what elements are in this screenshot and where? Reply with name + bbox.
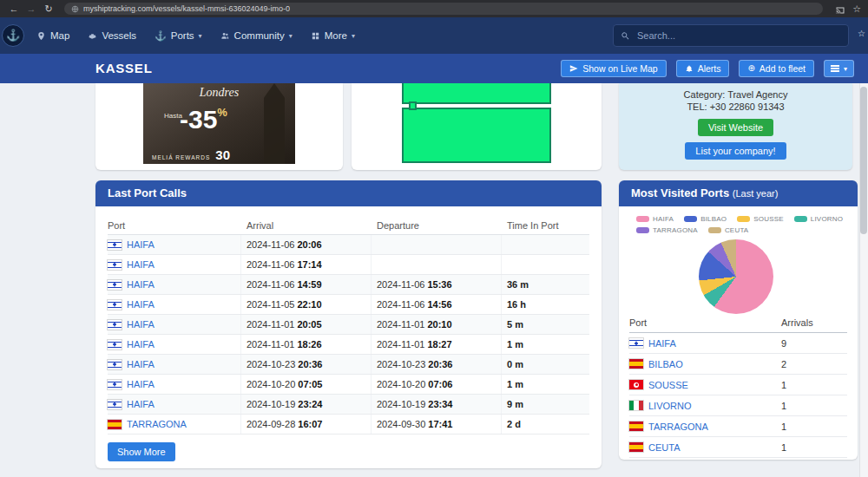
departure-cell	[372, 235, 502, 254]
port-link[interactable]: TARRAGONA	[648, 421, 708, 432]
nav-item-more[interactable]: More ▾	[311, 30, 355, 41]
nav-item-community[interactable]: Community ▾	[220, 30, 293, 41]
departure-cell: 2024-11-0118:27	[372, 335, 502, 354]
arrival-cell: 2024-11-0617:14	[241, 255, 372, 274]
arrivals-count: 1	[781, 380, 847, 390]
cast-icon[interactable]	[835, 2, 845, 16]
time-in-port-cell: 1 m	[502, 335, 589, 354]
port-link[interactable]: HAIFA	[127, 339, 155, 350]
legend-swatch	[684, 216, 697, 222]
scrollbar-thumb[interactable]	[860, 87, 867, 234]
table-row: HAIFA 2024-10-2320:36 2024-10-2320:36 0 …	[108, 355, 589, 375]
port-link[interactable]: TARRAGONA	[127, 419, 187, 429]
table-header: Port Arrival Departure Time In Port	[108, 216, 589, 235]
legend-item[interactable]: BILBAO	[684, 215, 727, 223]
forward-icon[interactable]: →	[24, 0, 38, 17]
nav-label: Ports	[171, 30, 194, 41]
legend-item[interactable]: LIVORNO	[794, 215, 843, 223]
time-in-port-cell	[502, 255, 589, 274]
table-row: HAIFA 2024-11-0617:14	[108, 255, 589, 275]
arrival-cell: 2024-10-1923:24	[241, 395, 372, 414]
port-link[interactable]: LIVORNO	[648, 401, 692, 411]
add-to-fleet-button[interactable]: ⊕ Add to fleet	[739, 60, 814, 77]
arrivals-count: 1	[781, 421, 847, 432]
star-icon[interactable]: ☆	[858, 29, 865, 38]
time-in-port-cell: 36 m	[502, 275, 589, 294]
legend-swatch	[708, 227, 721, 233]
legend-swatch	[737, 216, 750, 222]
arrival-cell: 2024-10-2320:36	[241, 355, 372, 374]
nav-item-ports[interactable]: ⚓ Ports ▾	[155, 30, 202, 42]
map-pin-icon	[36, 31, 46, 41]
flag-icon	[108, 400, 122, 409]
site-logo[interactable]: ⚓	[2, 24, 24, 47]
company-phone: TEL: +30 22860 91343	[619, 101, 852, 112]
legend-item[interactable]: CEUTA	[708, 226, 749, 234]
agent-info-card: Category: Travel Agency TEL: +30 22860 9…	[619, 83, 852, 170]
chevron-down-icon: ▾	[289, 32, 293, 40]
port-link[interactable]: HAIFA	[127, 259, 155, 270]
arrival-cell: 2024-11-0120:05	[241, 315, 372, 334]
legend-item[interactable]: SOUSSE	[737, 215, 784, 223]
time-in-port-cell: 0 m	[502, 355, 589, 374]
departure-cell: 2024-11-0614:56	[372, 295, 502, 314]
hamburger-icon	[831, 68, 839, 69]
show-on-live-map-button[interactable]: Show on Live Map	[561, 60, 666, 77]
table-row: LIVORNO 1	[629, 395, 847, 416]
legend-item[interactable]: TARRAGONA	[636, 226, 698, 234]
port-link[interactable]: HAIFA	[127, 379, 155, 389]
chevron-down-icon: ▾	[352, 32, 355, 40]
port-link[interactable]: HAIFA	[127, 359, 155, 369]
alerts-button[interactable]: Alerts	[676, 60, 730, 77]
scrollbar-track[interactable]	[859, 83, 868, 477]
table-row: HAIFA 2024-11-0522:10 2024-11-0614:56 16…	[108, 295, 589, 315]
port-link[interactable]: HAIFA	[127, 399, 155, 409]
time-in-port-cell: 2 d	[502, 415, 589, 434]
legend-item[interactable]: HAIFA	[636, 215, 674, 223]
address-bar[interactable]: myshiptracking.com/vessels/kassel-mmsi-6…	[64, 3, 823, 15]
ad-discount: -35%	[180, 107, 227, 133]
port-link[interactable]: CEUTA	[648, 442, 680, 453]
time-in-port-cell: 5 m	[502, 315, 589, 334]
ship-icon	[88, 31, 97, 41]
table-row: TARRAGONA 2024-09-2816:07 2024-09-3017:4…	[108, 415, 589, 435]
flag-icon	[629, 401, 643, 410]
port-link[interactable]: HAIFA	[127, 239, 155, 250]
port-link[interactable]: SOUSSE	[648, 380, 688, 390]
users-icon	[220, 31, 230, 41]
bell-icon	[685, 64, 694, 73]
main-navbar: ⚓ Map Vessels ⚓ Ports ▾ Community ▾ More…	[0, 17, 868, 54]
reload-icon[interactable]: ↻	[42, 0, 56, 17]
list-your-company-button[interactable]: List your company!	[685, 142, 786, 160]
departure-cell: 2024-10-2320:36	[372, 355, 502, 374]
flag-icon	[108, 340, 122, 350]
card-title: Last Port Calls	[95, 180, 602, 206]
bookmark-star-icon[interactable]: ☆	[852, 0, 861, 17]
ad-banner[interactable]: Londres Hasta -35% MELIÁ REWARDS30	[143, 83, 295, 164]
vessel-diagram-card	[352, 83, 602, 170]
ad-card: Londres Hasta -35% MELIÁ REWARDS30	[95, 83, 343, 170]
page-title: KASSEL	[95, 61, 153, 75]
arrival-cell: 2024-11-0522:10	[241, 295, 372, 314]
flag-icon	[108, 320, 122, 330]
visit-website-button[interactable]: Visit Website	[698, 119, 773, 136]
port-link[interactable]: BILBAO	[648, 359, 683, 369]
show-more-button[interactable]: Show More	[108, 442, 175, 461]
anchor-icon: ⚓	[155, 30, 167, 42]
globe-icon	[71, 5, 79, 13]
search-input[interactable]	[635, 29, 841, 42]
search-box[interactable]	[613, 24, 849, 47]
port-link[interactable]: HAIFA	[127, 319, 155, 330]
flag-icon	[108, 420, 122, 429]
flag-icon	[629, 359, 643, 369]
port-link[interactable]: HAIFA	[127, 299, 155, 310]
back-icon[interactable]: ←	[7, 0, 21, 17]
nav-item-map[interactable]: Map	[36, 30, 69, 41]
flag-icon	[629, 442, 643, 452]
company-category: Category: Travel Agency	[619, 89, 852, 100]
port-link[interactable]: HAIFA	[127, 279, 155, 290]
port-link[interactable]: HAIFA	[648, 338, 676, 349]
nav-item-vessels[interactable]: Vessels	[88, 30, 136, 41]
fleet-menu-button[interactable]: ▾	[824, 60, 854, 77]
departure-cell	[372, 255, 502, 274]
